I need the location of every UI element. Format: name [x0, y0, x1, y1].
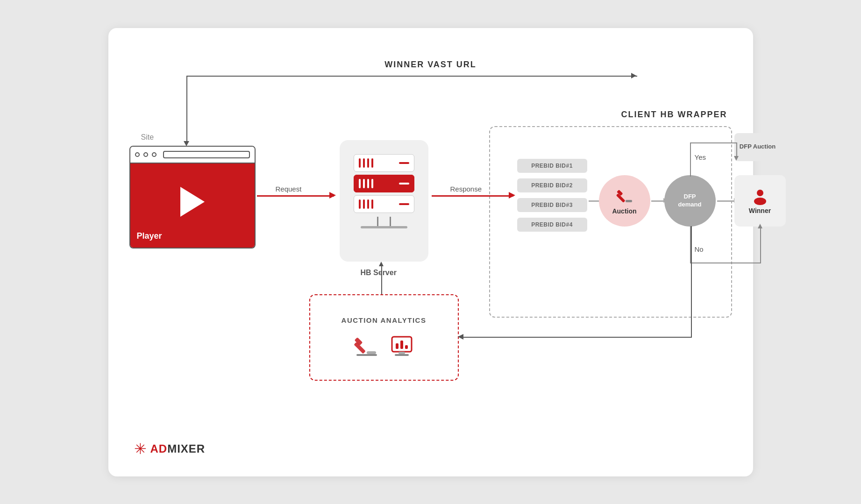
- admixer-ad-part: AD: [150, 442, 168, 455]
- disk-stripe: [359, 199, 361, 209]
- request-label: Request: [276, 185, 302, 193]
- disk-dash: [399, 203, 409, 205]
- winner-vast-label: WINNER VAST URL: [384, 60, 477, 70]
- request-line: [257, 195, 334, 197]
- winner-vast-arrow: [631, 73, 639, 78]
- admixer-star-icon: ✳: [134, 440, 147, 458]
- svg-rect-8: [356, 354, 377, 356]
- prebid-bid-4: PREBID BID#4: [517, 218, 587, 232]
- server-stand: [361, 217, 407, 228]
- site-label: Site: [141, 133, 154, 142]
- disk-stripe: [359, 158, 361, 168]
- dfp-demand-label: DFPdemand: [678, 193, 702, 209]
- winner-box: Winner: [734, 175, 786, 227]
- svg-rect-13: [398, 352, 405, 354]
- winner-vast-down: [186, 76, 187, 143]
- svg-rect-10: [396, 343, 398, 349]
- dfp-to-winner-line: [717, 200, 737, 202]
- browser-urlbar: [163, 151, 250, 158]
- response-line: [432, 195, 513, 197]
- disk-stripe: [371, 158, 373, 168]
- server-disk-2: [354, 175, 414, 192]
- no-arrowhead: [758, 221, 762, 228]
- auction-label: Auction: [612, 207, 636, 215]
- svg-rect-11: [400, 341, 403, 349]
- svg-rect-14: [395, 354, 409, 356]
- play-button-icon: [180, 187, 205, 217]
- dfp-down-line: [691, 226, 692, 337]
- hb-analytics-up-line: [381, 264, 382, 295]
- browser-dot-2: [143, 152, 148, 157]
- yes-branch-horizontal: [690, 142, 737, 143]
- client-hb-label: CLIENT HB WRAPPER: [621, 110, 727, 120]
- analytics-gavel-icon: [354, 333, 380, 359]
- disk-stripe: [367, 199, 369, 209]
- disk-stripe: [363, 158, 365, 168]
- winner-vast-line: [186, 76, 637, 77]
- dfp-auction-label: DFP Auction: [740, 143, 776, 151]
- analytics-icons: [354, 333, 414, 359]
- server-base: [361, 226, 407, 228]
- request-arrow-container: Request: [257, 195, 334, 197]
- yes-label: Yes: [695, 153, 706, 161]
- no-branch-v2: [760, 226, 761, 263]
- browser-dot-3: [152, 152, 157, 157]
- auction-to-dfp-line: [651, 200, 666, 202]
- player-box: Player: [129, 146, 256, 248]
- disk-stripe: [367, 158, 369, 168]
- player-content: Player: [130, 163, 255, 248]
- disk-dash: [399, 183, 409, 185]
- server-leg: [377, 217, 391, 226]
- svg-point-4: [754, 198, 766, 205]
- svg-rect-7: [367, 351, 376, 354]
- dfp-demand-circle: DFPdemand: [664, 175, 716, 227]
- yes-branch-vertical: [690, 142, 691, 177]
- admixer-text: ADMIXER: [150, 442, 206, 455]
- hb-analytics-arrowhead: [379, 259, 384, 266]
- analytics-h-line: [460, 337, 692, 338]
- request-arrowhead: [329, 192, 339, 199]
- gavel-icon: [615, 187, 634, 206]
- auction-circle: Auction: [599, 175, 650, 227]
- disk-stripe: [363, 199, 365, 209]
- analytics-h-arrowhead: [455, 334, 463, 340]
- admixer-logo: ✳ ADMIXER: [134, 440, 206, 458]
- winner-label: Winner: [749, 207, 771, 214]
- prebid-bid-3: PREBID BID#3: [517, 198, 587, 212]
- response-label: Response: [450, 185, 482, 193]
- yes-arrowhead: [734, 156, 739, 163]
- main-card: WINNER VAST URL CLIENT HB WRAPPER Site P…: [108, 28, 753, 476]
- player-label: Player: [137, 231, 162, 241]
- no-branch-h: [690, 263, 761, 263]
- analytics-chart-icon: [389, 333, 414, 358]
- prebid-bid-1: PREBID BID#1: [517, 159, 587, 173]
- yes-branch-down: [736, 142, 737, 159]
- prebid-bid-2: PREBID BID#2: [517, 178, 587, 192]
- disk-stripe: [371, 199, 373, 209]
- hb-server-box: [340, 140, 428, 262]
- svg-rect-12: [405, 345, 408, 349]
- disk-stripe: [371, 179, 373, 188]
- disk-stripe: [359, 179, 361, 188]
- server-disk-3: [354, 195, 414, 213]
- dfp-auction-box: DFP Auction: [734, 133, 781, 161]
- prebid-bids-container: PREBID BID#1 PREBID BID#2 PREBID BID#3 P…: [517, 159, 587, 232]
- svg-point-3: [757, 190, 763, 196]
- response-arrow-container: Response: [432, 195, 513, 197]
- browser-titlebar: [130, 147, 255, 163]
- disk-dash: [399, 162, 409, 164]
- disk-stripe: [363, 179, 365, 188]
- server-disk-1: [354, 154, 414, 172]
- server-icon: [354, 154, 414, 213]
- hb-server-label: HB Server: [361, 269, 397, 277]
- analytics-label: AUCTION ANALYTICS: [342, 316, 427, 324]
- disk-stripe: [367, 179, 369, 188]
- winner-person-icon: [751, 187, 769, 205]
- svg-rect-2: [626, 200, 632, 202]
- analytics-box: AUCTION ANALYTICS: [309, 294, 459, 381]
- no-label: No: [695, 245, 704, 253]
- browser-dot-1: [135, 152, 140, 157]
